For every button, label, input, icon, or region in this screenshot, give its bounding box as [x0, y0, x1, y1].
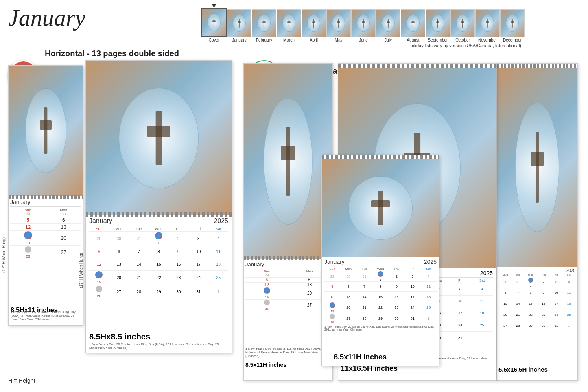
- thumb-oct-label: October: [455, 38, 470, 42]
- thumb-cover[interactable]: Cover: [201, 8, 227, 42]
- thumb-february[interactable]: February: [252, 9, 276, 42]
- vertical-page-back: January Sun Mon 2930 56 1213 19 20 26 27…: [243, 63, 333, 381]
- thumb-may-label: May: [335, 38, 343, 42]
- horizontal-page-front: January 2025 Sun Mon Tue Wed Thu Fri Sat…: [85, 60, 232, 353]
- h-height-footnote: H = Height: [8, 377, 35, 384]
- footnote-vert-back: 1 New Year's Day, 20 Martin Luther King …: [245, 347, 331, 358]
- thumb-feb-img: [252, 9, 276, 37]
- size-label-85x11h: 8.5x11H inches: [334, 353, 387, 361]
- thumb-march[interactable]: March: [277, 9, 301, 42]
- thumb-may-img: [326, 9, 351, 37]
- vertical-page-main: January 2025 Sun Mon Tue Wed Thu Fri Sat…: [321, 155, 439, 366]
- page-title: January: [8, 4, 85, 31]
- thumb-cover-label: Cover: [209, 38, 220, 42]
- hung-height-label-large: (17" H When Hung): [79, 253, 83, 288]
- thumb-november[interactable]: November: [475, 9, 500, 42]
- thumb-apr-label: April: [310, 38, 318, 42]
- thumb-jun-img: [351, 9, 376, 37]
- hung-height-label-small: (17" H When Hung): [2, 237, 6, 273]
- thumb-oct-img: [450, 9, 475, 37]
- thumb-jan-label: January: [232, 38, 247, 42]
- horizontal-label: Horizontal - 13 pages double sided: [45, 49, 179, 58]
- thumb-jun-label: June: [359, 38, 368, 42]
- thumb-mar-img: [277, 9, 301, 37]
- thumb-sep-img: [426, 9, 450, 37]
- thumb-december[interactable]: December: [500, 9, 525, 42]
- thumb-mar-label: March: [283, 38, 295, 42]
- thumb-jan-img: [227, 9, 251, 37]
- thumb-sep-label: September: [428, 38, 448, 42]
- size-label-vert-back: 8.5x11H inches: [245, 361, 286, 368]
- thumb-aug-img: [401, 9, 425, 37]
- size-label-55x165h: 5.5x16.5H inches: [498, 366, 548, 373]
- thumb-dec-img: [500, 9, 525, 37]
- thumb-jul-label: July: [385, 38, 392, 42]
- thumb-september[interactable]: September: [426, 9, 450, 42]
- thumb-october[interactable]: October: [450, 9, 475, 42]
- holiday-note: Holiday lists vary by version (USA/Canad…: [199, 43, 525, 48]
- horizontal-page-back: January Sun Mon 2930 56 1213 19 20 26 27: [8, 65, 83, 326]
- size-label-85x85: 8.5Hx8.5 inches: [89, 332, 150, 342]
- footnote-large-horiz: 1 New Year's Day, 20 Martin Luther King …: [89, 342, 227, 350]
- thumb-july[interactable]: July: [376, 9, 400, 42]
- thumbnail-strip: Cover January February March April: [199, 4, 525, 48]
- thumb-nov-label: November: [478, 38, 497, 42]
- footnote-small: 1 New Year's Day, 20 Martin Luther King …: [11, 310, 80, 321]
- thumb-aug-label: August: [407, 38, 419, 42]
- thumb-april[interactable]: April: [302, 9, 326, 42]
- thumb-dec-label: December: [503, 38, 522, 42]
- thumb-january[interactable]: January: [227, 9, 251, 42]
- thumb-may[interactable]: May: [326, 9, 351, 42]
- thumb-jul-img: [376, 9, 400, 37]
- vertical-page-small: 2025 Mon Tue Wed Thu Fri Sat 30 31 1 2 3…: [496, 63, 578, 381]
- thumb-apr-img: [302, 9, 326, 37]
- footnote-vert-main: 1 New Year's Day, 20 Martin Luther King …: [324, 325, 437, 331]
- thumb-nov-img: [475, 9, 500, 37]
- thumb-cover-img: [201, 8, 227, 37]
- cal-month-large: January: [89, 217, 112, 225]
- thumb-june[interactable]: June: [351, 9, 376, 42]
- thumb-august[interactable]: August: [401, 9, 425, 42]
- thumb-feb-label: February: [256, 38, 272, 42]
- cal-year-large: 2025: [214, 217, 228, 225]
- selected-arrow: [212, 4, 216, 7]
